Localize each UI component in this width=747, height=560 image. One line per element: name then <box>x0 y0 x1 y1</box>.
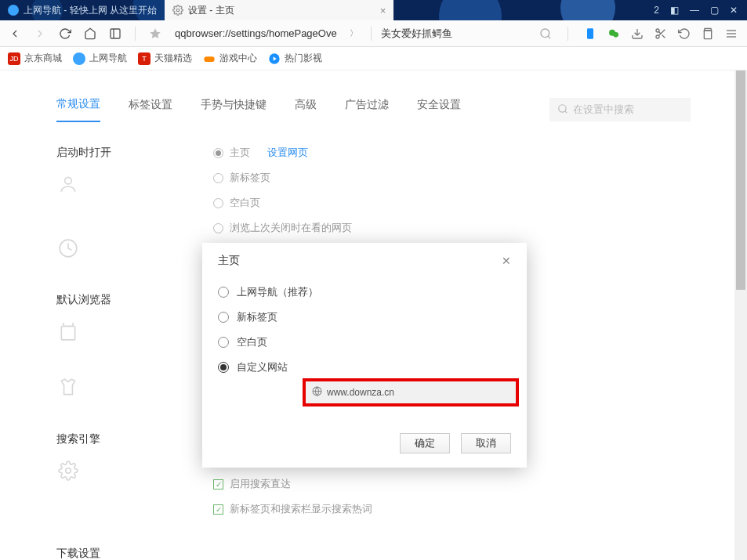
bookmark-nav[interactable]: 上网导航 <box>73 52 127 65</box>
play-icon <box>268 52 281 65</box>
archive-icon[interactable] <box>702 27 714 40</box>
tab-adblock[interactable]: 广告过滤 <box>345 98 389 121</box>
bookmark-video[interactable]: 热门影视 <box>268 52 322 65</box>
address-bar[interactable]: qqbrowser://settings/homePageOve <box>170 27 342 39</box>
forward-button[interactable] <box>30 23 50 44</box>
svg-point-8 <box>613 32 618 38</box>
search-placeholder: 在设置中搜索 <box>573 103 634 117</box>
maximize-icon[interactable]: ▢ <box>710 5 719 16</box>
radio-startup-restore[interactable]: 浏览上次关闭时在看的网页 <box>213 221 747 235</box>
svg-rect-15 <box>704 31 711 39</box>
minimize-icon[interactable]: — <box>690 5 699 16</box>
modal-radio-custom[interactable]: 自定义网站 <box>218 360 511 374</box>
search-icon[interactable] <box>539 27 552 40</box>
bag-icon <box>56 320 80 343</box>
shirt-icon <box>56 376 80 399</box>
checkbox-search-direct[interactable]: 启用搜索直达 <box>213 477 747 491</box>
browser-tab-1[interactable]: 上网导航 - 轻快上网 从这里开始 <box>0 0 165 20</box>
checkbox-label: 新标签页和搜索栏显示搜索热词 <box>230 502 372 516</box>
section-title-search: 搜索引擎 <box>56 432 135 446</box>
svg-line-14 <box>658 31 661 34</box>
radio-label: 上网导航（推荐） <box>237 285 318 299</box>
svg-marker-3 <box>150 28 160 38</box>
url-value: www.downza.cn <box>327 387 394 398</box>
tab-general[interactable]: 常规设置 <box>56 97 100 122</box>
tab-gestures[interactable]: 手势与快捷键 <box>201 98 267 121</box>
tab-security[interactable]: 安全设置 <box>417 98 461 121</box>
chevron-right-icon[interactable]: 〉 <box>346 27 361 39</box>
browser-tab-2[interactable]: 设置 - 主页 × <box>165 0 393 20</box>
scissors-icon[interactable] <box>655 27 667 40</box>
separator <box>371 27 372 41</box>
svg-point-24 <box>65 177 72 184</box>
home-button[interactable] <box>80 23 100 44</box>
search-icon <box>557 103 568 117</box>
close-window-icon[interactable]: ✕ <box>730 5 738 16</box>
phone-icon[interactable] <box>584 27 597 40</box>
custom-url-input[interactable]: www.downza.cn <box>306 381 516 403</box>
wechat-icon[interactable] <box>607 27 620 40</box>
close-icon[interactable]: ✕ <box>502 255 511 267</box>
download-icon[interactable] <box>631 27 644 40</box>
section-startup: 启动时打开 <box>56 146 135 196</box>
section-appearance <box>56 376 135 399</box>
custom-url-highlight: www.downza.cn <box>303 378 519 406</box>
checkbox-search-trending[interactable]: 新标签页和搜索栏显示搜索热词 <box>213 502 747 516</box>
svg-rect-19 <box>204 56 214 62</box>
radio-startup-newtab[interactable]: 新标签页 <box>213 171 747 185</box>
radio-label: 空白页 <box>230 196 260 210</box>
reload-button[interactable] <box>55 23 75 44</box>
search-box[interactable]: 美女爱好抓鳄鱼 <box>381 27 535 41</box>
modal-radio-newtab[interactable]: 新标签页 <box>218 310 511 324</box>
star-icon[interactable] <box>145 23 165 44</box>
back-button[interactable] <box>5 23 25 44</box>
svg-line-5 <box>548 36 550 38</box>
menu-icon[interactable] <box>725 27 738 40</box>
tab-count[interactable]: 2 <box>654 5 659 16</box>
sidebar-button[interactable] <box>105 23 125 44</box>
radio-icon <box>213 223 223 233</box>
svg-rect-1 <box>111 29 120 38</box>
svg-line-13 <box>662 34 665 38</box>
restore-icon[interactable] <box>678 27 691 40</box>
settings-search-input[interactable]: 在设置中搜索 <box>549 98 691 121</box>
radio-startup-blank[interactable]: 空白页 <box>213 196 747 210</box>
homepage-modal: 主页 ✕ 上网导航（推荐） 新标签页 空白页 自定义网站 www.downza.… <box>202 243 527 468</box>
gamepad-icon <box>203 52 216 65</box>
svg-point-27 <box>66 468 71 474</box>
close-icon[interactable]: × <box>239 5 386 16</box>
section-download: 下载设置 <box>56 547 135 560</box>
svg-rect-26 <box>61 327 74 340</box>
radio-label: 自定义网站 <box>237 360 288 374</box>
modal-radio-nav[interactable]: 上网导航（推荐） <box>218 285 511 299</box>
skin-icon[interactable]: ◧ <box>670 5 679 16</box>
radio-startup-home[interactable]: 主页 设置网页 <box>213 146 747 160</box>
tab-advanced[interactable]: 高级 <box>295 98 317 121</box>
bookmark-jd[interactable]: JD京东商城 <box>8 52 62 65</box>
svg-rect-6 <box>587 28 593 38</box>
radio-icon <box>218 287 229 298</box>
tab-tabs[interactable]: 标签设置 <box>129 98 172 121</box>
radio-icon <box>218 362 229 373</box>
bookmark-games[interactable]: 游戏中心 <box>203 52 257 65</box>
vertical-scrollbar[interactable] <box>734 70 747 560</box>
globe-icon <box>8 5 19 16</box>
svg-point-22 <box>559 104 566 111</box>
section-search-engine: 搜索引擎 <box>56 432 135 482</box>
radio-icon <box>213 148 223 158</box>
scrollbar-thumb[interactable] <box>736 70 745 290</box>
search-text: 美女爱好抓鳄鱼 <box>381 27 452 41</box>
separator <box>568 27 568 41</box>
cancel-button[interactable]: 取消 <box>461 433 511 453</box>
svg-point-0 <box>176 9 179 12</box>
bookmark-tmall[interactable]: T天猫精选 <box>138 52 192 65</box>
modal-title: 主页 <box>218 254 240 268</box>
radio-label: 空白页 <box>237 335 267 349</box>
bookmark-label: 京东商城 <box>24 52 62 65</box>
radio-icon <box>213 198 223 208</box>
ok-button[interactable]: 确定 <box>400 433 450 453</box>
modal-radio-blank[interactable]: 空白页 <box>218 335 511 349</box>
address-text: qqbrowser://settings/homePageOve <box>175 27 337 39</box>
bookmark-label: 天猫精选 <box>154 52 192 65</box>
set-homepage-link[interactable]: 设置网页 <box>267 146 308 160</box>
